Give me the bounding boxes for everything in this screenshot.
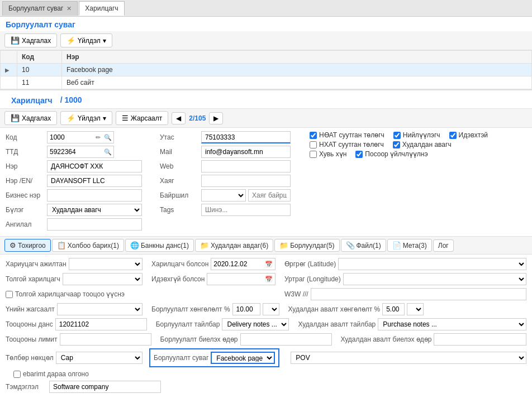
tab-харилцагч[interactable]: Харилцагч — [79, 1, 124, 16]
web-input[interactable] — [201, 160, 291, 172]
худалдан-checkbox[interactable] — [393, 141, 400, 148]
tab-meta[interactable]: 📄 Мета(3) — [387, 239, 432, 252]
өргрөг-label: Өргрөг (Latitude) — [284, 260, 336, 268]
tab-fail[interactable]: 📎 Файл(1) — [341, 239, 386, 252]
kod-label: Код — [6, 133, 45, 141]
borluulalt-table: Код Нэр ▶ 10 Facebook page 11 Веб сайт — [0, 50, 532, 89]
борлуулалт-хөнгөлөлт-input[interactable] — [232, 303, 260, 315]
niilуулэгч-checkbox[interactable] — [393, 132, 401, 139]
tab-borluuldag[interactable]: 📁 Борлуулдаг(5) — [274, 239, 339, 252]
tab-худалдан[interactable]: 📁 Худалдан авдаг(6) — [195, 239, 273, 252]
tab-bank[interactable]: 🌐 Банкны данс(1) — [125, 239, 194, 252]
hayag-bairshil-input[interactable] — [248, 189, 291, 202]
top-save-button[interactable]: 💾 Хадгалах — [4, 33, 57, 47]
идэвхгүй-wrapper: 📅 — [207, 273, 276, 285]
top-save-label: Хадгалах — [22, 37, 51, 45]
борлуулалт-тайлбар-select[interactable]: Delivery notes ... — [222, 318, 289, 330]
уртраг-label: Уртраг (Longitude) — [284, 275, 341, 283]
борлуулалт-биелэх-input[interactable] — [240, 333, 332, 346]
tab-log[interactable]: Лог — [433, 239, 454, 252]
mail-input[interactable] — [201, 146, 291, 158]
өргрөг-select[interactable] — [338, 258, 526, 270]
хувь-checkbox[interactable] — [310, 151, 317, 158]
худалдан-хөнгөлөлт-label: Худалдан авалт хөнгөлөлт % — [288, 305, 381, 313]
calendar-icon[interactable]: 📅 — [263, 276, 275, 283]
col-marker — [1, 51, 17, 64]
compare-label: Жарсаалт — [131, 114, 162, 122]
hayag-input[interactable] — [201, 175, 291, 187]
төлбөр-нөхцөл-select[interactable]: Сар — [56, 352, 142, 364]
tab-bank-label: Банкны данс(1) — [141, 242, 189, 250]
w3w-label: W3W /// — [284, 290, 308, 298]
bank-icon: 🌐 — [130, 241, 139, 250]
борлуулалт-суваг-select[interactable]: Facebook page — [211, 352, 275, 364]
tab-holboo[interactable]: 📋 Холбоо барих(1) — [52, 239, 124, 252]
идэвхтэй-checkbox[interactable] — [449, 132, 457, 139]
bottom-save-button[interactable]: 💾 Хадгалах — [4, 111, 57, 125]
table-row[interactable]: ▶ 10 Facebook page — [1, 64, 532, 76]
үнийн-select[interactable] — [57, 303, 142, 315]
зээлэр-нөхцөл-select[interactable]: POV — [291, 352, 526, 364]
top-action-button[interactable]: ⚡ Үйлдэл ▾ — [60, 33, 112, 47]
тооцооны-данс-label: Тооцооны данс — [6, 320, 53, 328]
kod-input[interactable]: 1000 — [48, 132, 94, 142]
folder-icon: 📁 — [200, 241, 209, 250]
bottom-panel-title: Харилцагч — [6, 93, 58, 107]
ttd-input[interactable] — [48, 147, 102, 157]
search-icon[interactable]: 🔍 — [102, 148, 113, 156]
tab-holboo-label: Холбоо барих(1) — [68, 242, 119, 250]
идэвхтэй-label: Идэвхтэй — [459, 131, 488, 139]
edit-icon[interactable]: ✏ — [94, 134, 102, 141]
row-marker: ▶ — [1, 64, 17, 76]
худалдан-хөнгөлөлт-input[interactable] — [382, 303, 405, 315]
хариуцагч-select[interactable] — [69, 258, 142, 270]
ebarimt-label: ebarimt дараа олгоно — [23, 370, 89, 378]
посоор-checkbox[interactable] — [355, 151, 363, 158]
tags-input[interactable] — [201, 204, 291, 216]
meta-icon: 📄 — [392, 241, 401, 250]
тооцооны-данс-input[interactable] — [55, 318, 147, 330]
толгой-тооцоо-checkbox[interactable] — [6, 291, 13, 298]
w3w-input[interactable] — [311, 288, 526, 300]
харилцагч-болсон-input[interactable] — [211, 259, 263, 269]
tab-borluulalt-close[interactable]: ✕ — [66, 5, 72, 12]
ner-input[interactable] — [47, 160, 142, 172]
angilal-input[interactable] — [47, 218, 142, 231]
bottom-toolbar: 💾 Хадгалах ⚡ Үйлдэл ▾ ☰ Жарсаалт ◀ 2/105… — [0, 108, 532, 128]
table-row[interactable]: 11 Веб сайт — [1, 76, 532, 89]
bottom-action-button[interactable]: ⚡ Үйлдэл ▾ — [60, 111, 112, 125]
col-kod: Код — [17, 51, 62, 64]
noat-checkbox[interactable] — [310, 132, 317, 139]
ebarimt-checkbox[interactable] — [13, 371, 21, 378]
prev-button[interactable]: ◀ — [172, 112, 186, 124]
tab-bar: Борлуулалт суваг ✕ Харилцагч — [0, 0, 532, 17]
tab-fail-label: Файл(1) — [357, 242, 381, 250]
төлбөр-нөхцөл-label: Төлбөр нөхцөл — [6, 354, 54, 362]
tab-borluulalt[interactable]: Борлуулалт суваг ✕ — [2, 1, 78, 16]
next-button[interactable]: ▶ — [209, 112, 223, 124]
calendar-icon[interactable]: 📅 — [263, 261, 275, 268]
ner-en-input[interactable] — [47, 175, 142, 187]
search-icon[interactable]: 🔍 — [102, 134, 113, 141]
уртраг-select[interactable] — [343, 273, 526, 285]
compare-button[interactable]: ☰ Жарсаалт — [116, 111, 168, 125]
nhat-checkbox[interactable] — [310, 141, 317, 148]
борлуулалт-хөнгөлөлт-label: Борлуулалт хөнгөлөлт % — [151, 305, 230, 313]
тооцооны-лимит-input[interactable] — [60, 333, 151, 346]
checkbox-group: НӨАТ суутган төлөгч Нийлүүлэгч Идэвхтэй … — [310, 131, 526, 158]
худалдан-хөнгөлөлт-select[interactable]: % — [407, 303, 424, 315]
tab-tohirgoo[interactable]: ⚙ Тохиргоо — [4, 239, 51, 252]
utас-input[interactable] — [201, 131, 291, 143]
bairshil-select[interactable] — [201, 189, 246, 202]
идэвхгүй-input[interactable] — [207, 274, 263, 284]
борлуулалт-хөнгөлөлт-select[interactable]: % — [263, 303, 279, 315]
bulег-select[interactable]: Худалдан авагч — [47, 204, 142, 216]
biznes-input[interactable] — [47, 189, 142, 202]
action-icon: ⚡ — [66, 36, 75, 45]
bottom-panel: Харилцагч / 1000 💾 Хадгалах ⚡ Үйлдэл ▾ ☰… — [0, 90, 532, 398]
худалдан-биелэх-input[interactable] — [434, 333, 526, 346]
идэвхгүй-label: Идэвхгүй болсон — [151, 275, 205, 283]
толгой-select[interactable] — [63, 273, 142, 285]
тэмдэглэл-input[interactable] — [49, 381, 161, 393]
худалдан-тайлбар-select[interactable]: Purchase notes ... — [378, 318, 526, 330]
